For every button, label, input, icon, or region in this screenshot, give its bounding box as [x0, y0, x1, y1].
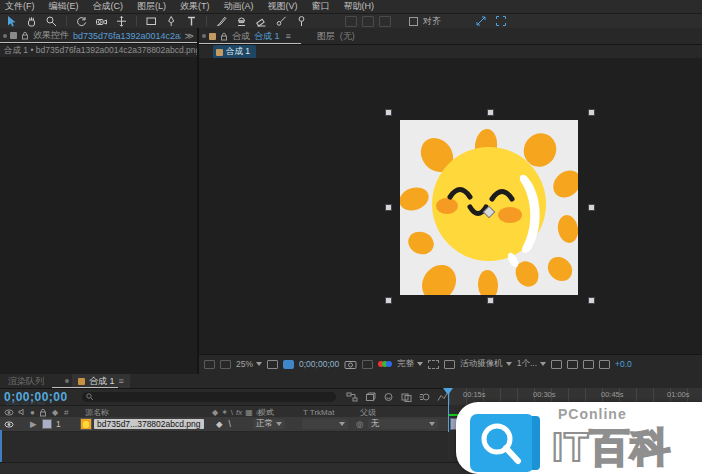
layer-row[interactable]: ▶ 1 bd735d7...378802abcd.png ◆ \ 正常 ◎ 无 [0, 417, 448, 432]
roto-brush-tool-icon[interactable] [274, 15, 289, 28]
snap-checkbox[interactable] [409, 17, 418, 26]
eraser-tool-icon[interactable] [254, 15, 269, 28]
playhead[interactable] [446, 388, 451, 432]
panel-menu-icon[interactable]: ≡ [119, 376, 124, 386]
layer-switches[interactable]: ◆ \ [216, 417, 231, 431]
mini-flowchart-icon[interactable] [346, 392, 358, 402]
clone-stamp-tool-icon[interactable] [234, 15, 249, 28]
show-snapshot-icon[interactable] [362, 360, 373, 369]
draft-3d-icon[interactable] [365, 392, 376, 402]
brush-tool-icon[interactable] [214, 15, 229, 28]
layer-tab-value: (无) [340, 30, 355, 43]
snapshot-camera-icon[interactable] [344, 359, 357, 369]
solo-column-icon[interactable]: ● [30, 408, 35, 417]
comp-breadcrumb-chip[interactable]: 合成 1 [213, 45, 256, 59]
layer-label-color[interactable] [42, 419, 52, 429]
lock-icon[interactable] [220, 32, 228, 41]
pan-behind-tool-icon[interactable] [114, 15, 129, 28]
menu-window[interactable]: 窗口 [312, 0, 330, 13]
timeline-vertical-scrollbar[interactable] [0, 430, 2, 462]
render-queue-tab[interactable]: 渲染队列 [8, 375, 44, 388]
selection-handle[interactable] [588, 204, 595, 211]
tab-overflow-chevron[interactable]: ≫ [185, 31, 194, 41]
selection-tool-icon[interactable] [4, 15, 19, 28]
selection-handle[interactable] [385, 297, 392, 304]
shy-switch[interactable]: ◆ [216, 419, 223, 429]
timeline-comp-tab[interactable]: 合成 1 ≡ [72, 374, 130, 388]
motion-blur-icon[interactable] [419, 392, 430, 402]
menu-animation[interactable]: 动画(A) [224, 0, 254, 13]
layer-expander-icon[interactable]: ▶ [30, 417, 37, 431]
timeline-button-icon[interactable] [583, 360, 594, 369]
lock-icon[interactable] [21, 31, 29, 40]
timeline-search-input[interactable] [82, 392, 336, 402]
camera-tool-icon[interactable] [94, 15, 109, 28]
menu-composition[interactable]: 合成(C) [93, 0, 124, 13]
menu-file[interactable]: 文件(F) [5, 0, 35, 13]
transparency-grid-icon[interactable] [444, 360, 455, 369]
parent-dropdown[interactable]: 无 [368, 419, 438, 429]
selection-handle[interactable] [588, 297, 595, 304]
pen-tool-icon[interactable] [164, 15, 179, 28]
workspace-icon[interactable] [345, 16, 357, 27]
selection-handle[interactable] [487, 109, 494, 116]
comp-tab-name[interactable]: 合成 1 [254, 30, 280, 43]
frame-blending-icon[interactable] [401, 392, 412, 402]
monitor-icon[interactable] [220, 360, 231, 369]
viewer-current-time[interactable]: 0;00;00;00 [299, 359, 339, 369]
effect-controls-breadcrumb[interactable]: 合成 1 • bd735d76fa1392a0014c2a378802abcd.… [0, 44, 197, 58]
menu-bar: 文件(F) 编辑(E) 合成(C) 图层(L) 效果(T) 动画(A) 视图(V… [0, 0, 702, 14]
layer-eye-icon[interactable] [4, 421, 14, 428]
quality-switch[interactable]: \ [229, 419, 231, 429]
selection-handle[interactable] [385, 204, 392, 211]
mask-visibility-icon[interactable] [283, 360, 294, 369]
hand-tool-icon[interactable] [24, 15, 39, 28]
selection-handle[interactable] [385, 109, 392, 116]
fast-preview-icon[interactable] [567, 360, 578, 369]
view-3d-dropdown[interactable]: 活动摄像机 [460, 358, 512, 370]
magnification-dropdown[interactable]: 25% [236, 359, 262, 369]
rectangle-tool-icon[interactable] [144, 15, 159, 28]
menu-effect[interactable]: 效果(T) [180, 0, 210, 13]
menu-help[interactable]: 帮助(H) [344, 0, 375, 13]
trkmat-dropdown[interactable] [302, 419, 348, 429]
lock-column-icon[interactable] [39, 408, 47, 417]
toolbar-separator [136, 16, 137, 26]
ruler-label: 00:30s [533, 390, 556, 399]
menu-view[interactable]: 视图(V) [268, 0, 298, 13]
sun-footage-image[interactable] [400, 120, 578, 295]
blend-mode-dropdown[interactable]: 正常 [253, 419, 285, 429]
menu-layer[interactable]: 图层(L) [137, 0, 166, 13]
eye-column-icon[interactable] [4, 409, 14, 416]
region-of-interest-icon[interactable] [428, 360, 439, 369]
share-icon[interactable] [379, 16, 391, 27]
rotation-tool-icon[interactable] [74, 15, 89, 28]
panel-menu-icon[interactable]: ≡ [286, 31, 291, 41]
flowchart-button-icon[interactable] [599, 360, 610, 369]
grid-guides-icon[interactable] [267, 360, 278, 369]
exposure-value[interactable]: +0.0 [615, 359, 632, 369]
zoom-tool-icon[interactable] [44, 15, 59, 28]
preview-toggle-icon[interactable] [204, 360, 215, 369]
layer-tab-label[interactable]: 图层 [317, 30, 335, 43]
parent-pickwhip-icon[interactable]: ◎ [356, 417, 363, 431]
selection-handle[interactable] [588, 109, 595, 116]
resolution-dropdown[interactable]: 完整 [397, 358, 423, 370]
expand-workspace-icon[interactable] [493, 15, 508, 28]
shy-layers-icon[interactable] [383, 392, 394, 402]
type-tool-icon[interactable] [184, 15, 199, 28]
pixel-aspect-icon[interactable] [551, 360, 562, 369]
menu-edit[interactable]: 编辑(E) [49, 0, 79, 13]
layer-source-name[interactable]: bd735d7...378802abcd.png [94, 419, 204, 429]
view-layout-dropdown[interactable]: 1个... [517, 358, 546, 370]
selection-handle[interactable] [487, 297, 494, 304]
audio-column-icon[interactable] [18, 408, 26, 416]
watermark-badge: PConline IT百科 [456, 402, 702, 474]
composition-viewer[interactable] [199, 58, 702, 354]
puppet-pin-tool-icon[interactable] [294, 15, 309, 28]
active-tab-underline [199, 43, 301, 44]
shuttle-icon[interactable] [473, 15, 488, 28]
comp-tab-label[interactable]: 合成 [232, 30, 250, 43]
people-icon[interactable] [362, 16, 374, 27]
show-channel-icon[interactable] [378, 360, 392, 369]
